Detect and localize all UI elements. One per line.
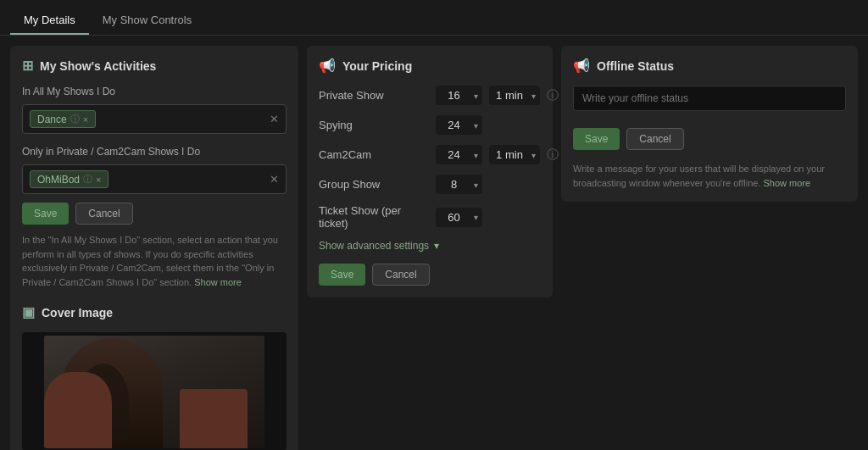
cam2cam-min-select[interactable]: 1 min2 min5 min [489,145,540,164]
private-shows-clear[interactable]: ✕ [270,173,279,186]
pricing-icon: 📢 [319,58,336,74]
pricing-row-group: Group Show 81624 [319,175,541,194]
group-show-value-select[interactable]: 81624 [436,175,482,194]
advanced-settings-toggle[interactable]: Show advanced settings ▾ [319,240,541,252]
cam2cam-label: Cam2Cam [319,148,429,161]
tab-my-show-controls[interactable]: My Show Controls [89,7,205,35]
offline-show-more[interactable]: Show more [763,178,810,188]
section2: Only in Private / Cam2Cam Shows I Do OhM… [22,146,287,194]
left-panel: ⊞ My Show's Activities In All My Shows I… [10,46,298,450]
spying-label: Spying [319,119,429,131]
dance-tag-info: ⓘ [70,113,80,125]
private-show-info-icon[interactable]: ⓘ [547,88,559,103]
activities-save-button[interactable]: Save [22,203,69,225]
activities-header: ⊞ My Show's Activities [22,58,287,74]
private-shows-input-area[interactable]: OhMiBod ⓘ × ✕ [22,164,287,194]
pricing-row-private: Private Show 1624328 1 min2 min5 min ⓘ [319,86,541,105]
group-show-label: Group Show [319,178,429,191]
activities-show-more[interactable]: Show more [194,277,242,287]
cover-icon: ▣ [22,304,35,320]
all-shows-input-area[interactable]: Dance ⓘ × ✕ [22,104,287,134]
offline-title: Offline Status [597,59,674,73]
activities-icon: ⊞ [22,58,33,74]
offline-btn-row: Save Cancel [573,128,846,150]
ohmibod-tag-remove[interactable]: × [96,175,101,185]
private-show-label: Private Show [319,89,429,102]
offline-description: Write a message for your users that will… [573,162,846,190]
ticket-show-value-select[interactable]: 6080100 [436,208,482,227]
private-show-min-wrapper: 1 min2 min5 min [489,86,540,105]
cam2cam-value-select[interactable]: 241632 [436,145,482,164]
cam2cam-info-icon[interactable]: ⓘ [547,147,559,163]
ohmibod-tag-info: ⓘ [83,173,92,186]
top-navigation: My Details My Show Controls [0,0,868,36]
section1-label: In All My Shows I Do [22,86,287,97]
spying-value-select[interactable]: 241632 [436,115,482,135]
pricing-row-ticket: Ticket Show (per ticket) 6080100 [319,204,541,230]
offline-save-button[interactable]: Save [573,128,620,150]
ohmibod-tag: OhMiBod ⓘ × [30,170,108,188]
pricing-row-cam2cam: Cam2Cam 241632 1 min2 min5 min ⓘ [319,145,541,164]
pricing-title: Your Pricing [342,59,412,73]
ohmibod-tag-label: OhMiBod [37,174,80,186]
pricing-save-button[interactable]: Save [319,264,365,286]
advanced-chevron-icon: ▾ [434,240,439,252]
cover-image [44,336,264,448]
private-show-value-select[interactable]: 1624328 [436,86,482,105]
advanced-settings-label: Show advanced settings [319,240,429,252]
cam2cam-min-wrapper: 1 min2 min5 min [489,145,540,164]
cover-title: Cover Image [42,306,113,319]
spying-value-wrapper: 241632 [436,115,482,135]
private-show-min-select[interactable]: 1 min2 min5 min [489,86,540,105]
offline-status-input[interactable] [573,86,846,111]
dance-tag-remove[interactable]: × [83,114,88,125]
offline-panel: 📢 Offline Status Save Cancel Write a mes… [561,46,858,202]
activities-description: In the "In All My Shows I Do" section, s… [22,233,287,289]
main-content: ⊞ My Show's Activities In All My Shows I… [0,36,868,450]
cover-image-container [22,332,287,450]
ticket-show-label: Ticket Show (per ticket) [319,204,429,230]
pricing-header: 📢 Your Pricing [319,58,541,74]
pricing-row-spying: Spying 241632 [319,115,541,135]
cover-image-section: ▣ Cover Image Replace The cover image re… [22,304,287,450]
pricing-btn-row: Save Cancel [319,264,541,286]
all-shows-clear[interactable]: ✕ [270,113,279,125]
cover-header: ▣ Cover Image [22,304,287,320]
cam2cam-value-wrapper: 241632 [436,145,482,164]
dance-tag: Dance ⓘ × [30,110,96,128]
pricing-panel: 📢 Your Pricing Private Show 1624328 1 mi… [307,46,553,297]
private-show-value-wrapper: 1624328 [436,86,482,105]
section2-label: Only in Private / Cam2Cam Shows I Do [22,146,287,158]
ticket-show-value-wrapper: 6080100 [436,208,482,227]
tab-my-details[interactable]: My Details [10,7,89,35]
pricing-cancel-button[interactable]: Cancel [372,264,429,286]
offline-cancel-button[interactable]: Cancel [626,128,683,150]
dance-tag-label: Dance [37,114,67,125]
group-show-value-wrapper: 81624 [436,175,482,194]
activities-title: My Show's Activities [40,59,156,73]
activities-cancel-button[interactable]: Cancel [75,203,132,225]
activities-btn-row: Save Cancel [22,203,287,225]
offline-header: 📢 Offline Status [573,58,846,74]
offline-icon: 📢 [573,58,590,74]
